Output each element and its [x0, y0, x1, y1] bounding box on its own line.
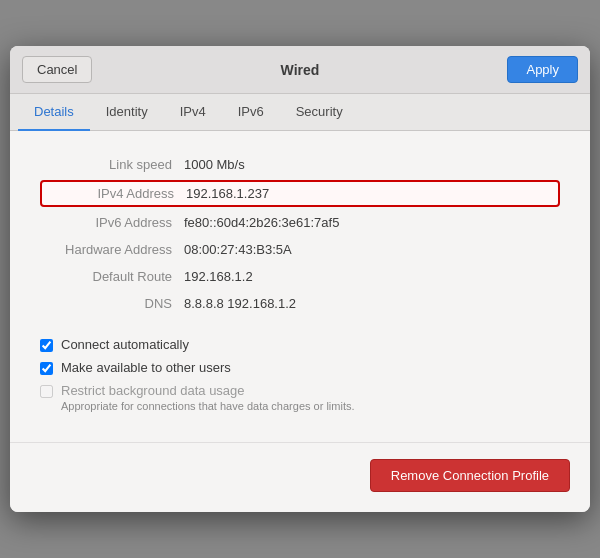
- dns-row: DNS 8.8.8.8 192.168.1.2: [40, 290, 560, 317]
- default-route-label: Default Route: [44, 269, 184, 284]
- tab-ipv4[interactable]: IPv4: [164, 94, 222, 131]
- info-grid: Link speed 1000 Mb/s IPv4 Address 192.16…: [40, 151, 560, 317]
- ipv6-address-label: IPv6 Address: [44, 215, 184, 230]
- network-settings-dialog: Cancel Wired Apply Details Identity IPv4…: [10, 46, 590, 512]
- hardware-address-label: Hardware Address: [44, 242, 184, 257]
- hardware-address-value: 08:00:27:43:B3:5A: [184, 242, 292, 257]
- link-speed-row: Link speed 1000 Mb/s: [40, 151, 560, 178]
- ipv4-address-row: IPv4 Address 192.168.1.237: [40, 180, 560, 207]
- make-available-checkbox[interactable]: [40, 362, 53, 375]
- tab-ipv6[interactable]: IPv6: [222, 94, 280, 131]
- connect-auto-checkbox[interactable]: [40, 339, 53, 352]
- tab-security[interactable]: Security: [280, 94, 359, 131]
- dialog-footer: Remove Connection Profile: [10, 442, 590, 512]
- connect-auto-row: Connect automatically: [40, 337, 560, 352]
- default-route-value: 192.168.1.2: [184, 269, 253, 284]
- apply-button[interactable]: Apply: [507, 56, 578, 83]
- ipv4-address-label: IPv4 Address: [46, 186, 186, 201]
- make-available-row: Make available to other users: [40, 360, 560, 375]
- make-available-label[interactable]: Make available to other users: [61, 360, 231, 375]
- dns-value: 8.8.8.8 192.168.1.2: [184, 296, 296, 311]
- restrict-bg-row: Restrict background data usage Appropria…: [40, 383, 560, 412]
- ipv6-address-value: fe80::60d4:2b26:3e61:7af5: [184, 215, 339, 230]
- cancel-button[interactable]: Cancel: [22, 56, 92, 83]
- restrict-bg-checkbox[interactable]: [40, 385, 53, 398]
- ipv4-address-value: 192.168.1.237: [186, 186, 269, 201]
- hardware-address-row: Hardware Address 08:00:27:43:B3:5A: [40, 236, 560, 263]
- tab-details[interactable]: Details: [18, 94, 90, 131]
- ipv6-address-row: IPv6 Address fe80::60d4:2b26:3e61:7af5: [40, 209, 560, 236]
- default-route-row: Default Route 192.168.1.2: [40, 263, 560, 290]
- link-speed-label: Link speed: [44, 157, 184, 172]
- tab-identity[interactable]: Identity: [90, 94, 164, 131]
- restrict-bg-label[interactable]: Restrict background data usage: [61, 383, 245, 398]
- remove-connection-button[interactable]: Remove Connection Profile: [370, 459, 570, 492]
- details-panel: Link speed 1000 Mb/s IPv4 Address 192.16…: [10, 131, 590, 442]
- connect-auto-label[interactable]: Connect automatically: [61, 337, 189, 352]
- checkboxes-section: Connect automatically Make available to …: [40, 337, 560, 412]
- dns-label: DNS: [44, 296, 184, 311]
- restrict-bg-sublabel: Appropriate for connections that have da…: [61, 400, 355, 412]
- link-speed-value: 1000 Mb/s: [184, 157, 245, 172]
- dialog-title: Wired: [92, 62, 507, 78]
- titlebar: Cancel Wired Apply: [10, 46, 590, 94]
- tab-bar: Details Identity IPv4 IPv6 Security: [10, 94, 590, 131]
